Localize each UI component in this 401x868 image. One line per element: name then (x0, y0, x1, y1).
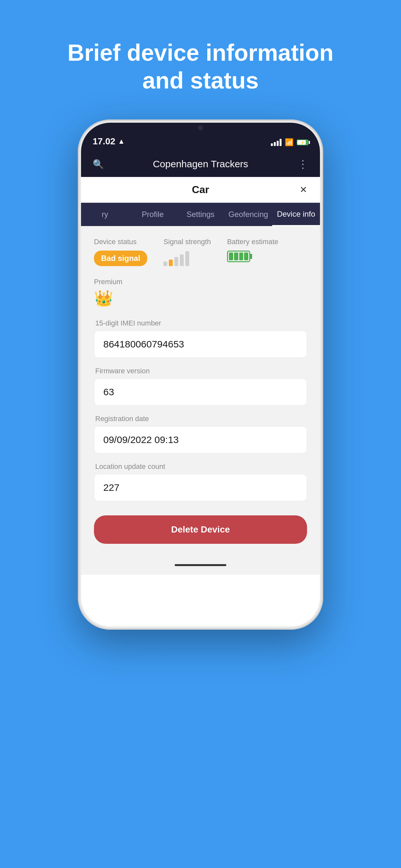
reg-date-value: 09/09/2022 09:13 (94, 426, 307, 454)
sig-bar-2 (169, 259, 173, 266)
imei-label: 15-digit IMEI number (94, 319, 307, 328)
tab-profile-label: Profile (142, 210, 164, 219)
device-status-col: Device status Bad signal (94, 238, 147, 266)
menu-icon[interactable]: ⋮ (296, 158, 308, 170)
background: Brief device information and status 17.0… (0, 0, 401, 868)
battery-estimate-label: Battery estimate (227, 238, 278, 246)
headline-line2: and status (143, 67, 258, 93)
battery-icon: ⚡ (297, 140, 308, 145)
signal-strength-col: Signal strength (163, 238, 211, 266)
front-camera (198, 125, 203, 130)
bat-seg-1 (229, 252, 233, 260)
delete-device-label: Delete Device (171, 524, 230, 534)
tab-history[interactable]: ry (81, 203, 129, 226)
status-badge: Bad signal (94, 251, 147, 266)
app-title: Copenhagen Trackers (105, 159, 296, 169)
status-badge-text: Bad signal (101, 254, 140, 262)
firmware-value: 63 (94, 378, 307, 406)
battery-estimate-col: Battery estimate (227, 238, 278, 262)
status-icons: 📶 ⚡ (271, 138, 308, 147)
delete-device-button[interactable]: Delete Device (94, 516, 307, 544)
device-status-label: Device status (94, 238, 136, 246)
tabs-bar: ry Profile Settings Geofencing Device in… (81, 203, 320, 226)
content-area: Device status Bad signal Signal strength (81, 226, 320, 555)
home-indicator (81, 555, 320, 575)
status-bar: 17.02 ▲ 📶 ⚡ (81, 123, 320, 151)
sig-bar-1 (163, 261, 167, 266)
search-icon[interactable]: 🔍 (93, 159, 105, 169)
tab-profile[interactable]: Profile (129, 203, 177, 226)
tab-device-info-label: Device info (277, 210, 315, 219)
status-time: 17.02 ▲ (93, 136, 125, 147)
wifi-icon: 📶 (285, 138, 294, 147)
sig-bar-4 (180, 254, 184, 266)
battery-estimate-visual (227, 251, 250, 262)
premium-section: Premium 👑 (94, 278, 307, 307)
bat-seg-3 (239, 252, 243, 260)
bat-seg-4 (244, 252, 248, 260)
tab-history-label: ry (102, 210, 108, 219)
signal-bar-4 (280, 139, 281, 146)
imei-value: 864180060794653 (94, 331, 307, 358)
charging-bolt-icon: ⚡ (301, 141, 305, 144)
bat-seg-2 (234, 252, 238, 260)
modal-title: Car (192, 184, 209, 196)
signal-bar-3 (277, 141, 279, 146)
crown-icon: 👑 (94, 289, 307, 307)
firmware-label: Firmware version (94, 367, 307, 375)
tab-device-info[interactable]: Device info (272, 203, 320, 226)
tab-geofencing[interactable]: Geofencing (224, 203, 272, 226)
location-count-field-group: Location update count 227 (94, 462, 307, 501)
premium-label: Premium (94, 278, 307, 286)
reg-date-label: Registration date (94, 414, 307, 423)
location-active-icon: ▲ (118, 137, 125, 146)
signal-bar-2 (274, 142, 276, 146)
modal-header: Car ✕ (81, 177, 320, 203)
signal-strength-visual (163, 251, 189, 266)
modal-close-button[interactable]: ✕ (296, 183, 310, 197)
app-header: 🔍 Copenhagen Trackers ⋮ (81, 151, 320, 177)
firmware-field-group: Firmware version 63 (94, 367, 307, 406)
imei-field-group: 15-digit IMEI number 864180060794653 (94, 319, 307, 358)
home-bar (175, 564, 226, 566)
signal-strength-label: Signal strength (163, 238, 211, 246)
phone-screen: 17.02 ▲ 📶 ⚡ (81, 123, 320, 626)
sig-bar-5 (185, 251, 189, 266)
location-count-value: 227 (94, 474, 307, 501)
notch (168, 123, 233, 134)
tab-settings-label: Settings (187, 210, 215, 219)
sig-bar-3 (174, 257, 178, 266)
signal-bar-1 (271, 144, 273, 146)
tab-geofencing-label: Geofencing (228, 210, 268, 219)
headline-line1: Brief device information (67, 40, 334, 66)
phone-shell: 17.02 ▲ 📶 ⚡ (78, 120, 323, 630)
close-icon: ✕ (300, 184, 307, 195)
cellular-signal-icon (271, 139, 281, 146)
location-count-label: Location update count (94, 462, 307, 471)
page-headline: Brief device information and status (0, 0, 401, 95)
reg-date-field-group: Registration date 09/09/2022 09:13 (94, 414, 307, 454)
time-display: 17.02 (93, 136, 115, 147)
device-status-row: Device status Bad signal Signal strength (94, 238, 307, 266)
tab-settings[interactable]: Settings (177, 203, 224, 226)
